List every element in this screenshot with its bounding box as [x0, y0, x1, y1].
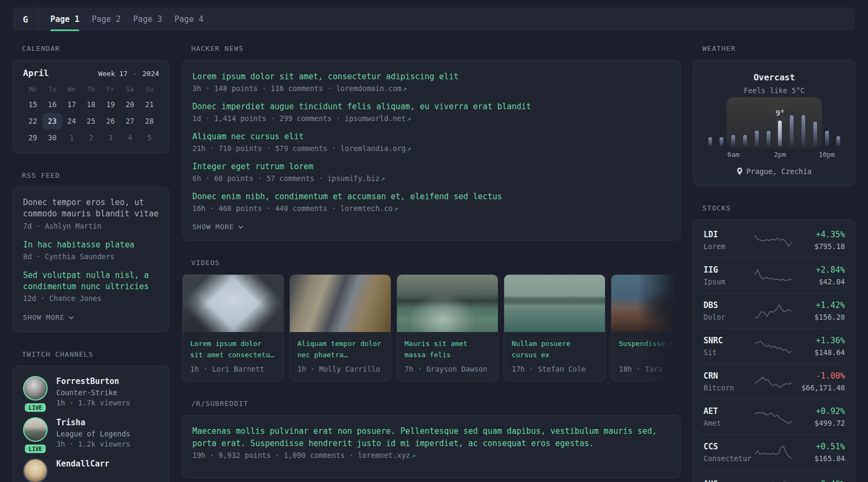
stock-row[interactable]: IIG Ipsum +2.84% $42.04	[704, 258, 845, 293]
source-link[interactable]: loremtech.co	[340, 204, 393, 213]
navbar: G Page 1 Page 2 Page 3 Page 4	[13, 7, 855, 31]
right-column: WEATHER Overcast Feels like 5°C 9° 6am2p…	[693, 44, 855, 482]
weekday-label: Sa	[120, 86, 139, 93]
stock-id: LDI Lorem	[704, 230, 753, 251]
stock-ticker: IIG	[704, 265, 753, 275]
stock-row[interactable]: CRN Bitcorn -1.00% $66,171.48	[704, 364, 845, 399]
channel-info: ForrestBurton Counter-Strike 1h · 1.7k v…	[56, 376, 130, 407]
twitch-channel[interactable]: LIVE Trisha League of Legends 3h · 1.2k …	[23, 417, 159, 448]
stock-sparkline	[754, 303, 792, 319]
stock-name: Sit	[704, 348, 753, 357]
twitch-channel[interactable]: LIVE ForrestBurton Counter-Strike 1h · 1…	[23, 376, 159, 407]
stock-price: $66,171.48	[794, 383, 845, 392]
rss-item-title[interactable]: In hac habitasse platea	[23, 239, 159, 251]
source-link[interactable]: ipsumworld.net	[345, 114, 406, 123]
subreddit-section-title: /R/SUBREDDIT	[191, 400, 680, 408]
subreddit-post-list: Maecenas mollis pulvinar erat non posuer…	[192, 425, 670, 460]
stock-sparkline	[754, 445, 792, 461]
stock-name: Ipsum	[704, 277, 753, 286]
rss-item-title[interactable]: Donec tempor eros leo, ut commodo mauris…	[23, 197, 159, 220]
video-body: Nullam posuere cursus ex 17h · Stefan Co…	[504, 332, 605, 381]
weather-bar	[755, 131, 759, 146]
channel-meta: 3h · 1.2k viewers	[56, 440, 130, 448]
weekday-label: Fr	[101, 86, 120, 93]
stock-row[interactable]: CCS Consectetur +0.51% $165.84	[704, 434, 845, 470]
hn-item-title[interactable]: Donec enim nibh, condimentum et accumsan…	[192, 191, 670, 202]
stock-row[interactable]: DBS Dolor +1.42% $156.28	[704, 293, 845, 328]
external-link-icon: ↗	[407, 114, 411, 123]
post-title[interactable]: Maecenas mollis pulvinar erat non posuer…	[192, 425, 670, 449]
stock-row[interactable]: AET Amet +0.92% $499.72	[704, 399, 845, 434]
stock-price: $156.28	[794, 313, 845, 321]
show-more-button[interactable]: SHOW MORE	[192, 223, 243, 231]
stock-ticker: AET	[704, 406, 753, 416]
source-link[interactable]: loremdomain.com	[336, 84, 401, 93]
weekday-label: We	[62, 86, 81, 93]
video-card[interactable]: Mauris sit amet massa felis 7h · Grayson…	[396, 274, 498, 381]
weather-hour-label: 2pm	[774, 150, 787, 159]
stock-change: +1.36%	[794, 336, 845, 345]
weekday-label: Su	[140, 86, 159, 93]
weather-bar	[720, 137, 723, 146]
nav-tab[interactable]: Page 2	[92, 7, 121, 31]
subreddit-post: Maecenas mollis pulvinar erat non posuer…	[192, 425, 670, 460]
stock-id: AET Amet	[704, 406, 753, 427]
live-badge: LIVE	[25, 403, 46, 412]
video-title[interactable]: Suspendisse diam	[619, 338, 680, 361]
calendar-day-number: 18	[87, 100, 95, 109]
calendar-day: 25	[81, 113, 101, 129]
nav-tab[interactable]: Page 3	[133, 7, 162, 31]
rss-item-title[interactable]: Sed volutpat nulla nisl, a condimentum n…	[23, 270, 159, 293]
nav-tab[interactable]: Page 1	[50, 7, 79, 31]
video-thumbnail	[290, 275, 391, 332]
weekday-label: Tu	[42, 86, 62, 93]
video-title[interactable]: Aliquam tempor dolor nec phaetra…	[297, 338, 383, 361]
source-link[interactable]: loremlandia.org	[340, 144, 406, 153]
video-meta: 17h · Stefan Cole	[512, 365, 597, 373]
video-title[interactable]: Lorem ipsum dolor sit amet consectetu…	[190, 338, 276, 361]
external-link-icon: ↗	[402, 84, 407, 93]
video-body: Suspendisse diam 18h · Tara	[611, 332, 680, 381]
hn-item-title[interactable]: Integer eget rutrum lorem	[192, 161, 670, 172]
nav-tab-label: Page 4	[175, 14, 204, 24]
stock-row[interactable]: AHS +0.46%	[704, 470, 845, 482]
video-card[interactable]: Aliquam tempor dolor nec phaetra… 1h · M…	[289, 274, 391, 381]
stock-sparkline	[754, 338, 792, 355]
calendar-day: 18	[81, 96, 101, 112]
video-body: Aliquam tempor dolor nec phaetra… 1h · M…	[290, 332, 391, 381]
twitch-card: LIVE ForrestBurton Counter-Strike 1h · 1…	[13, 366, 169, 482]
video-title[interactable]: Nullam posuere cursus ex	[512, 338, 597, 361]
weather-bar	[802, 115, 805, 146]
calendar-day-number: 5	[147, 133, 152, 142]
nav-tab-label: Page 2	[92, 14, 121, 24]
show-more-button[interactable]: SHOW MORE	[23, 313, 74, 321]
hn-item-title[interactable]: Aliquam nec cursus elit	[192, 131, 670, 142]
hn-item-meta: 3h · 148 points · 116 comments · loremdo…	[192, 84, 670, 93]
twitch-channel[interactable]: LIVE KendallCarr	[23, 458, 159, 482]
video-card[interactable]: Lorem ipsum dolor sit amet consectetu… 1…	[182, 274, 284, 381]
hn-item-title[interactable]: Donec imperdiet augue tincidunt felis al…	[192, 101, 670, 112]
hn-item: Integer eget rutrum lorem 6h · 60 points…	[192, 161, 670, 183]
rss-item-meta: 7d · Ashlyn Martin	[23, 222, 159, 230]
avatar-wrap: LIVE	[23, 376, 48, 407]
calendar-day: 27	[120, 113, 139, 129]
calendar-day-number: 24	[68, 117, 76, 125]
stock-row[interactable]: SNRC Sit +1.36% $148.64	[704, 328, 845, 364]
source-link[interactable]: loremnet.xyz	[358, 451, 410, 460]
twitch-widget: TWITCH CHANNELS LIVE ForrestBurton	[13, 350, 169, 482]
video-card[interactable]: Nullam posuere cursus ex 17h · Stefan Co…	[504, 274, 605, 381]
rss-item: In hac habitasse platea 8d · Cynthia Sau…	[23, 239, 159, 261]
stock-row[interactable]: LDI Lorem +4.35% $795.18	[704, 223, 845, 258]
video-meta: 18h · Tara	[619, 365, 680, 373]
nav-tab[interactable]: Page 4	[175, 7, 204, 31]
calendar-day-number: 4	[128, 133, 132, 142]
video-card[interactable]: Suspendisse diam 18h · Tara	[611, 274, 680, 381]
stocks-card: LDI Lorem +4.35% $795.18	[693, 220, 855, 482]
hn-item-title[interactable]: Lorem ipsum dolor sit amet, consectetur …	[192, 71, 670, 82]
stock-change: +2.84%	[794, 265, 845, 275]
source-link[interactable]: ipsumify.biz	[327, 174, 380, 183]
logo[interactable]: G	[13, 7, 38, 31]
external-link-icon: ↗	[411, 451, 415, 460]
calendar-day: 3	[101, 130, 120, 146]
video-title[interactable]: Mauris sit amet massa felis	[405, 338, 490, 361]
